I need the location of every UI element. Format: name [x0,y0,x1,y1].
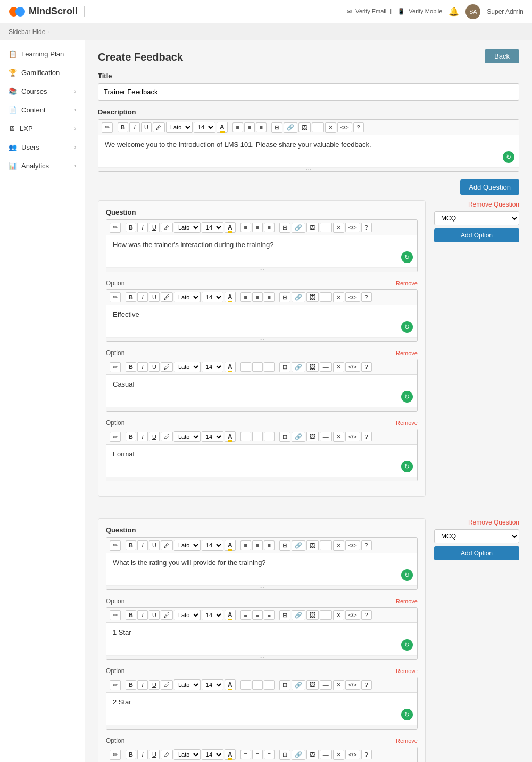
q1-add-option-button[interactable]: Add Option [434,228,519,242]
q1-toolbar: ✏ B I U 🖊 Lato 14 A ≡ [106,220,417,235]
sidebar-item-lxp[interactable]: 🖥 LXP › [0,119,85,138]
toolbar-strikethrough[interactable]: 🖊 [153,122,165,132]
q1-opt3-remove[interactable]: Remove [396,420,418,426]
q1-right-actions: Remove Question MCQ Subjective True/Fals… [434,200,519,507]
verify-email-icon: ✉ [347,8,352,14]
q1-opt1-tb-pen[interactable]: ✏ [110,292,121,302]
q1-opt2-remove[interactable]: Remove [396,350,418,356]
verify-mobile-icon: 📱 [397,8,405,14]
q2-opt2-remove[interactable]: Remove [396,668,418,674]
q1-option-1: Option Remove ✏ B I U 🖊 [106,280,418,342]
courses-icon: 📚 [9,87,17,95]
toolbar-hr[interactable]: — [312,122,324,132]
q1-tb-ul[interactable]: ≡ [240,223,251,232]
description-refresh-icon[interactable]: ↻ [503,151,514,163]
q1-opt1-text: Effective [113,310,411,318]
q2-opt1-text: 1 Star [113,628,411,636]
toolbar-bold[interactable]: B [118,122,128,132]
description-resize-handle[interactable]: ⋯ [98,167,519,171]
toolbar-clear[interactable]: ✕ [325,122,336,133]
toolbar-source[interactable]: </> [337,122,352,132]
questions-area: Question ✏ B I U 🖊 Lato 14 [98,200,519,762]
q1-tb-hr[interactable]: — [320,223,332,232]
svg-point-1 [15,7,25,17]
q1-tb-color[interactable]: A [225,222,236,233]
toolbar-help[interactable]: ? [353,122,364,132]
top-navigation: MindScroll ✉ Verify Email | 📱 Verify Mob… [0,0,532,23]
q2-opt3-remove[interactable]: Remove [396,738,418,744]
q1-tb-table[interactable]: ⊞ [279,223,290,233]
add-question-row: Add Question [98,179,519,200]
q1-tb-clear[interactable]: ✕ [333,223,344,233]
q2-option-1: Option Remove ✏ B I U 🖊 [106,597,418,660]
description-body[interactable]: We welcome you to the Introduction of LM… [98,135,519,167]
verify-email-link[interactable]: Verify Email [355,8,386,14]
sidebar-item-content[interactable]: 📄 Content › [0,101,85,119]
page-header: Back Create Feedback [98,51,519,72]
q2-opt1-remove[interactable]: Remove [396,598,418,604]
sidebar-item-analytics[interactable]: 📊 Analytics › [0,157,85,175]
q1-tb-link[interactable]: 🔗 [292,223,305,233]
q1-tb-help[interactable]: ? [361,223,372,232]
toolbar-table[interactable]: ⊞ [271,122,282,133]
question-2-block: Question ✏ B I U 🖊 Lato 14 [98,518,426,762]
q2-remove-question[interactable]: Remove Question [468,519,519,526]
toolbar-color[interactable]: A [217,122,228,133]
toolbar-underline[interactable]: U [141,122,152,132]
q1-tb-underline[interactable]: U [149,223,160,232]
bell-icon[interactable]: 🔔 [448,6,459,17]
toolbar-pen-icon[interactable]: ✏ [102,122,113,133]
title-input[interactable] [98,83,519,101]
app-name: MindScroll [29,6,78,17]
sidebar-item-learning-plan[interactable]: 📋 Learning Plan [0,45,85,63]
q1-tb-pen[interactable]: ✏ [110,223,121,233]
q1-opt1-remove[interactable]: Remove [396,280,418,286]
q1-body[interactable]: How was the trainer's interaction during… [106,235,417,267]
admin-label: Super Admin [487,8,523,15]
q1-tb-strike[interactable]: 🖊 [161,223,173,232]
learning-plan-icon: 📋 [9,50,17,58]
sidebar-label-lxp: LXP [20,125,33,133]
q1-tb-bold[interactable]: B [126,223,136,232]
add-question-button[interactable]: Add Question [460,179,519,195]
sidebar-item-gamification[interactable]: 🏆 Gamification [0,63,85,82]
q2-opt2-text: 2 Star [113,698,411,706]
q2-text: What is the rating you will provide for … [113,559,411,567]
q1-resize[interactable]: ⋯ [106,267,417,272]
question-1-block: Question ✏ B I U 🖊 Lato 14 [98,200,426,507]
q1-refresh-icon[interactable]: ↻ [401,251,413,263]
q1-tb-italic[interactable]: I [137,223,148,232]
q2-add-option-button[interactable]: Add Option [434,546,519,560]
q1-remove-question[interactable]: Remove Question [468,201,519,208]
q1-tb-size[interactable]: 14 [202,222,223,233]
toolbar-ol[interactable]: ≡ [244,122,255,132]
q1-tb-source[interactable]: </> [345,223,360,232]
app-logo[interactable]: MindScroll [9,3,78,20]
gamification-icon: 🏆 [9,69,17,77]
back-button[interactable]: Back [485,49,519,63]
toolbar-ul[interactable]: ≡ [232,122,243,132]
q2-type-select[interactable]: MCQ Subjective True/False [434,529,519,543]
q1-type-select[interactable]: MCQ Subjective True/False [434,211,519,225]
toolbar-italic[interactable]: I [129,122,140,132]
sidebar-hide-toggle[interactable]: Sidebar Hide ← [9,28,54,36]
sidebar-item-courses[interactable]: 📚 Courses › [0,82,85,101]
nav-divider [84,6,85,17]
q1-tb-font[interactable]: Lato [174,222,201,233]
q2-label: Question [106,526,418,534]
toolbar-font-size[interactable]: 14 [194,122,215,133]
verify-mobile-link[interactable]: Verify Mobile [409,8,442,14]
analytics-icon: 📊 [9,162,17,170]
toolbar-align[interactable]: ≡ [256,122,267,132]
toolbar-link[interactable]: 🔗 [284,122,297,133]
q1-tb-ol[interactable]: ≡ [252,223,263,232]
q1-opt3-editor: ✏ B I U 🖊 Lato 14 A [106,429,418,481]
toolbar-image[interactable]: 🖼 [298,122,311,132]
toolbar-font-family[interactable]: Lato [166,122,193,133]
sidebar-item-users[interactable]: 👥 Users › [0,138,85,157]
q1-tb-img[interactable]: 🖼 [306,223,319,232]
q1-tb-align[interactable]: ≡ [264,223,275,232]
description-label: Description [98,108,519,116]
q2-option-2: Option Remove ✏ B I U 🖊 [106,667,418,730]
sidebar-label-gamification: Gamification [21,69,60,77]
